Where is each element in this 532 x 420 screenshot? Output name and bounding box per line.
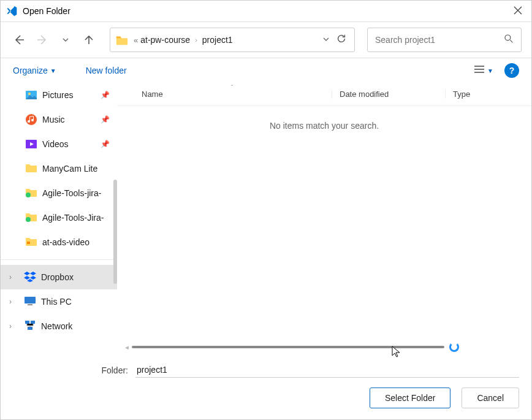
folder-icon — [25, 162, 37, 175]
videos-icon — [25, 138, 37, 150]
sidebar-root-label: Dropbox — [41, 272, 74, 282]
column-type[interactable]: Type — [445, 90, 531, 99]
address-bar[interactable]: « at-pw-course › project1 — [110, 28, 355, 52]
sidebar-item-label: Videos — [42, 139, 69, 149]
sort-asc-icon: ˆ — [231, 85, 233, 91]
sidebar-item-label: Agile-Tools-Jira- — [42, 213, 104, 223]
svg-point-3 — [26, 114, 37, 125]
sidebar-item-music[interactable]: Music 📌 — [1, 107, 117, 132]
svg-point-0 — [505, 35, 511, 40]
select-folder-button[interactable]: Select Folder — [370, 388, 450, 408]
column-name-label: Name — [142, 90, 163, 99]
pin-icon: 📌 — [101, 140, 110, 148]
pin-icon: 📌 — [101, 115, 110, 124]
sidebar-root-thispc[interactable]: › This PC — [1, 289, 117, 314]
forward-button[interactable] — [34, 31, 51, 48]
back-button[interactable] — [10, 31, 28, 48]
search-box[interactable] — [367, 28, 522, 52]
sidebar-root-network[interactable]: › Network — [1, 314, 117, 338]
folder-sync-icon — [25, 212, 37, 224]
svg-rect-12 — [28, 327, 32, 330]
caret-down-icon: ▼ — [50, 67, 56, 74]
address-dropdown[interactable] — [319, 36, 333, 44]
folder-sync-icon — [25, 187, 37, 199]
sidebar-item-label: Agile-Tools-jira- — [42, 188, 101, 198]
svg-point-2 — [28, 93, 31, 95]
svg-rect-8 — [25, 297, 36, 304]
file-list: ˆ Name Date modified Type No items match… — [117, 83, 531, 357]
recent-dropdown[interactable] — [57, 31, 74, 48]
folder-label: Folder: — [13, 365, 135, 375]
svg-rect-11 — [31, 321, 35, 324]
close-icon[interactable] — [509, 4, 526, 18]
sidebar-root-label: This PC — [41, 297, 72, 307]
sidebar-item-manycam[interactable]: ManyCam Lite — [1, 156, 117, 181]
sidebar-item-atads[interactable]: at-ads-video — [1, 230, 117, 254]
chevron-right-icon[interactable]: › — [9, 322, 12, 330]
sidebar-item-label: Pictures — [42, 90, 74, 100]
vscode-icon — [6, 5, 18, 17]
sidebar: Pictures 📌 Music 📌 Videos 📌 ManyCam Lite… — [1, 83, 117, 357]
svg-point-5 — [26, 193, 31, 197]
up-button[interactable] — [80, 31, 97, 48]
breadcrumb-seg-1[interactable]: at-pw-course — [140, 35, 190, 45]
network-icon — [24, 320, 36, 332]
nav-bar: « at-pw-course › project1 — [1, 22, 531, 58]
svg-rect-10 — [25, 321, 29, 324]
chevron-right-icon[interactable]: › — [9, 273, 12, 281]
chevron-right-icon: › — [195, 36, 197, 44]
scroll-left-icon[interactable]: ◄ — [123, 344, 131, 351]
organize-label: Organize — [13, 66, 48, 75]
scrollbar-thumb[interactable] — [132, 346, 444, 348]
sidebar-item-pictures[interactable]: Pictures 📌 — [1, 83, 117, 107]
sidebar-item-agile1[interactable]: Agile-Tools-jira- — [1, 181, 117, 205]
sidebar-item-label: Music — [42, 115, 65, 124]
search-input[interactable] — [375, 35, 504, 45]
refresh-button[interactable] — [333, 33, 349, 47]
dropbox-icon — [24, 271, 36, 283]
search-icon — [504, 34, 514, 46]
breadcrumb-seg-2[interactable]: project1 — [202, 35, 233, 45]
sidebar-root-dropbox[interactable]: › Dropbox — [1, 265, 117, 289]
toolbar: Organize ▼ New folder ▼ ? — [1, 58, 531, 83]
sidebar-item-label: at-ads-video — [42, 237, 89, 247]
list-view-icon — [474, 65, 485, 76]
column-headers: ˆ Name Date modified Type — [117, 83, 531, 106]
pin-icon: 📌 — [101, 91, 110, 99]
folder-icon — [25, 236, 37, 248]
window-title: Open Folder — [23, 6, 70, 16]
organize-menu[interactable]: Organize ▼ — [13, 66, 56, 75]
sidebar-item-agile2[interactable]: Agile-Tools-Jira- — [1, 205, 117, 230]
music-icon — [25, 113, 37, 126]
footer: Folder: Select Folder Cancel — [1, 357, 531, 417]
title-bar: Open Folder — [1, 1, 531, 21]
caret-down-icon: ▼ — [487, 67, 493, 74]
cancel-button[interactable]: Cancel — [462, 388, 519, 408]
sidebar-root-label: Network — [41, 321, 72, 331]
column-date-label: Date modified — [340, 90, 389, 99]
sidebar-item-label: ManyCam Lite — [42, 164, 97, 174]
empty-message: No items match your search. — [117, 106, 531, 145]
column-name[interactable]: ˆ Name — [117, 90, 332, 99]
new-folder-button[interactable]: New folder — [86, 66, 127, 75]
pc-icon — [24, 296, 36, 308]
svg-rect-7 — [27, 242, 30, 244]
sidebar-item-videos[interactable]: Videos 📌 — [1, 132, 117, 156]
pictures-icon — [25, 89, 37, 101]
help-button[interactable]: ? — [504, 63, 519, 78]
svg-point-6 — [26, 217, 31, 222]
view-menu[interactable]: ▼ — [474, 65, 493, 76]
busy-spinner-icon — [449, 342, 459, 352]
chevron-right-icon[interactable]: › — [9, 297, 12, 306]
svg-rect-9 — [28, 304, 32, 305]
folder-icon — [115, 34, 129, 46]
column-type-label: Type — [453, 90, 470, 99]
folder-input[interactable] — [135, 362, 519, 378]
breadcrumb-overflow-icon[interactable]: « — [134, 36, 138, 45]
horizontal-scrollbar[interactable]: ◄ — [123, 344, 525, 350]
column-date[interactable]: Date modified — [332, 90, 445, 99]
